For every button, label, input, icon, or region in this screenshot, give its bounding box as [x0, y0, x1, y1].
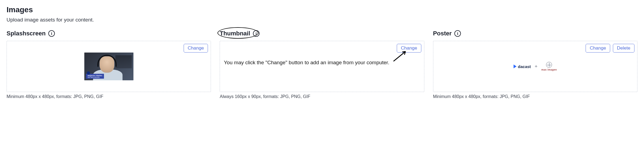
chevron-right-icon — [514, 65, 517, 68]
change-button[interactable]: Change — [397, 44, 421, 53]
mas-imagen-logo: mas imagen — [541, 62, 557, 71]
delete-button[interactable]: Delete — [613, 44, 634, 53]
poster-dropzone[interactable]: Change Delete dacast + mas imagen — [433, 41, 637, 92]
change-button[interactable]: Change — [586, 44, 610, 53]
thumbnail-card: Thumbnail i Change You may click the "Ch… — [220, 30, 424, 99]
thumbnail-dropzone[interactable]: Change You may click the "Change" button… — [220, 41, 424, 92]
image-cards-row: Splashscreen i Change Alejandro Mariles … — [7, 30, 637, 99]
section-description: Upload image assets for your content. — [7, 17, 637, 23]
thumbnail-title: Thumbnail — [220, 30, 250, 37]
splashscreen-card: Splashscreen i Change Alejandro Mariles … — [7, 30, 211, 99]
info-icon[interactable]: i — [253, 30, 260, 37]
preview-subtitle: CEO MAS IMAGEN — [88, 77, 102, 78]
globe-icon — [546, 62, 552, 68]
annotation-instruction-text: You may click the "Change" button to add… — [224, 59, 394, 66]
info-icon[interactable]: i — [48, 30, 55, 37]
info-icon[interactable]: i — [454, 30, 461, 37]
dacast-logo: dacast — [514, 64, 531, 69]
poster-helper-text: Minimum 480px x 480px, formats: JPG, PNG… — [433, 94, 637, 99]
plus-icon: + — [535, 64, 538, 69]
splashscreen-header: Splashscreen i — [7, 30, 211, 37]
thumbnail-header: Thumbnail i — [220, 30, 424, 37]
change-button[interactable]: Change — [184, 44, 208, 53]
section-title: Images — [7, 5, 637, 14]
splashscreen-title: Splashscreen — [7, 30, 46, 37]
splashscreen-helper-text: Minimum 480px x 480px, formats: JPG, PNG… — [7, 94, 211, 99]
lower-third: Alejandro Mariles CEO MAS IMAGEN — [86, 74, 104, 79]
splashscreen-dropzone[interactable]: Change Alejandro Mariles CEO MAS IMAGEN — [7, 41, 211, 92]
poster-title: Poster — [433, 30, 452, 37]
thumbnail-helper-text: Always 160px x 90px, formats: JPG, PNG, … — [220, 94, 424, 99]
poster-header: Poster i — [433, 30, 637, 37]
poster-preview-image: dacast + mas imagen — [514, 62, 557, 71]
poster-card: Poster i Change Delete dacast + mas imag… — [433, 30, 637, 99]
splashscreen-preview-image: Alejandro Mariles CEO MAS IMAGEN — [84, 53, 133, 80]
